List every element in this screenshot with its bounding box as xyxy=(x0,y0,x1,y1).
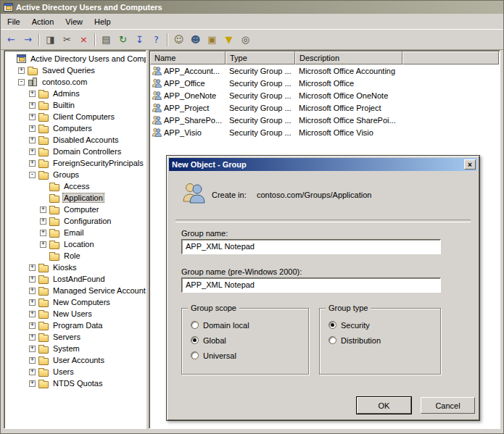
tree-expander-icon[interactable]: + xyxy=(29,334,36,341)
menu-action[interactable]: Action xyxy=(26,15,60,28)
new-ou-button[interactable]: ▣ xyxy=(204,32,220,48)
tree-expander-icon[interactable]: + xyxy=(29,276,36,283)
tree-expander-icon[interactable]: + xyxy=(29,137,36,143)
tree-item[interactable]: + System xyxy=(6,343,146,354)
tree-item-label: Application xyxy=(62,193,104,203)
tree-item[interactable]: + User Accounts xyxy=(6,354,146,366)
list-row[interactable]: APP_Account... Security Group ... Micros… xyxy=(150,64,499,77)
tree-item[interactable]: + LostAndFound xyxy=(6,273,146,285)
tree-item[interactable]: + Configuration xyxy=(6,215,146,227)
dialog-close-button[interactable]: × xyxy=(464,159,476,170)
list-row[interactable]: APP_SharePo... Security Group ... Micros… xyxy=(150,114,499,126)
tree-expander-icon[interactable]: + xyxy=(29,125,36,132)
tree-item[interactable]: + Kiosks xyxy=(6,262,146,273)
menu-file[interactable]: File xyxy=(1,15,26,28)
tree-expander-icon[interactable]: + xyxy=(29,102,36,109)
tree-item[interactable]: + Program Data xyxy=(6,320,146,331)
list-row[interactable]: APP_Project Security Group ... Microsoft… xyxy=(150,101,499,114)
tree-item[interactable]: - contoso.com xyxy=(6,76,146,88)
tree-expander-icon[interactable]: + xyxy=(29,346,36,352)
help-button[interactable]: ? xyxy=(148,32,165,48)
new-user-button[interactable]: ☺ xyxy=(170,32,187,48)
tree-expander-icon[interactable]: + xyxy=(29,149,36,155)
column-header-type[interactable]: Type xyxy=(226,51,295,64)
list-row[interactable]: APP_Visio Security Group ... Microsoft O… xyxy=(150,126,499,138)
tree-item[interactable]: + Builtin xyxy=(6,99,146,111)
tree-item-label: Servers xyxy=(51,332,82,342)
tree-expander-icon[interactable]: + xyxy=(40,206,46,213)
tree-item[interactable]: + Disabled Accounts xyxy=(6,134,146,146)
tree-expander-icon[interactable]: + xyxy=(29,311,36,317)
tree-expander-icon[interactable]: + xyxy=(29,380,36,387)
tree-expander-icon[interactable]: + xyxy=(40,230,46,236)
tree-expander-icon[interactable]: - xyxy=(18,79,25,85)
back-button[interactable]: ← xyxy=(3,32,20,48)
tree-expander-icon[interactable]: + xyxy=(18,67,25,74)
tree-item[interactable]: Active Directory Users and Comput xyxy=(6,53,146,64)
refresh-button[interactable]: ↻ xyxy=(115,32,131,48)
new-group-button[interactable]: ☻ xyxy=(187,32,204,48)
group-icon xyxy=(152,66,162,75)
tree-expander-icon[interactable]: + xyxy=(29,322,36,329)
tree-expander-icon[interactable]: + xyxy=(29,160,36,167)
tree-item[interactable]: + Computer xyxy=(6,204,146,215)
tree-item[interactable]: + Computers xyxy=(6,122,146,134)
tree-item[interactable]: - Groups xyxy=(6,169,146,180)
cut-button[interactable]: ✂ xyxy=(59,32,75,48)
radio-label: Domain local xyxy=(203,321,249,330)
tree-item[interactable]: + Location xyxy=(6,238,146,250)
radio-domain-local[interactable]: Domain local xyxy=(191,320,308,330)
tree-item[interactable]: + Admins xyxy=(6,88,146,99)
tree-item[interactable]: + ForeignSecurityPrincipals xyxy=(6,157,146,169)
tree-item[interactable]: + Domain Controllers xyxy=(6,146,146,157)
tree-item[interactable]: + Saved Queries xyxy=(6,64,146,76)
delete-button[interactable]: × xyxy=(75,32,92,48)
properties-button[interactable]: ▤ xyxy=(98,32,115,48)
pre-windows-name-input[interactable]: APP_XML Notepad xyxy=(181,277,441,293)
radio-global[interactable]: Global xyxy=(191,335,308,345)
tree-item[interactable]: Role xyxy=(6,250,146,262)
tree-expander-icon[interactable]: + xyxy=(29,264,36,271)
find-objects-button[interactable]: ◎ xyxy=(237,32,254,48)
tree-item[interactable]: + Client Computers xyxy=(6,111,146,122)
tree-item-label: Role xyxy=(62,251,82,261)
tree-expander-icon[interactable]: + xyxy=(29,357,36,364)
tree-item[interactable]: + New Computers xyxy=(6,296,146,308)
tree-expander-icon[interactable]: - xyxy=(29,172,36,178)
tree-expander-icon[interactable]: + xyxy=(40,241,46,248)
tree-item[interactable]: + New Users xyxy=(6,308,146,320)
column-header-description[interactable]: Description xyxy=(295,51,402,64)
show-console-tree-button[interactable]: ◨ xyxy=(42,32,59,48)
tree-item[interactable]: + NTDS Quotas xyxy=(6,377,146,389)
forward-button[interactable]: → xyxy=(20,32,36,48)
list-row[interactable]: APP_OneNote Security Group ... Microsoft… xyxy=(150,89,499,101)
radio-universal[interactable]: Universal xyxy=(191,351,308,360)
radio-security[interactable]: Security xyxy=(329,320,440,330)
create-in-value: contoso.com/Groups/Application xyxy=(257,191,371,199)
tree-expander-icon[interactable]: + xyxy=(40,218,46,225)
menu-view[interactable]: View xyxy=(59,15,88,28)
tree-item[interactable]: Access xyxy=(6,180,146,192)
tree-item[interactable]: + Servers xyxy=(6,331,146,343)
tree-item[interactable]: + Managed Service Accounts xyxy=(6,285,146,296)
ok-button[interactable]: OK xyxy=(357,397,411,414)
cancel-button[interactable]: Cancel xyxy=(421,397,475,414)
menu-help[interactable]: Help xyxy=(88,15,117,28)
cell-name-text: APP_Account... xyxy=(164,67,220,75)
tree-item[interactable]: + Users xyxy=(6,366,146,377)
list-row[interactable]: APP_Office Security Group ... Microsoft … xyxy=(150,77,499,89)
group-icon-large xyxy=(181,182,206,205)
folder-icon xyxy=(49,207,59,214)
tree-item[interactable]: Application xyxy=(6,192,146,204)
tree-expander-icon[interactable]: + xyxy=(29,369,36,375)
radio-distribution[interactable]: Distribution xyxy=(329,335,440,345)
tree-expander-icon[interactable]: + xyxy=(29,114,36,120)
tree-item[interactable]: + Email xyxy=(6,227,146,238)
tree-expander-icon[interactable]: + xyxy=(29,299,36,306)
export-list-button[interactable]: ↧ xyxy=(131,32,148,48)
tree-expander-icon[interactable]: + xyxy=(29,288,36,294)
set-filter-button[interactable]: ▼ xyxy=(220,32,237,48)
tree-expander-icon[interactable]: + xyxy=(29,91,36,97)
column-header-name[interactable]: Name xyxy=(150,51,226,64)
group-name-input[interactable]: APP_XML Notepad xyxy=(181,239,441,254)
